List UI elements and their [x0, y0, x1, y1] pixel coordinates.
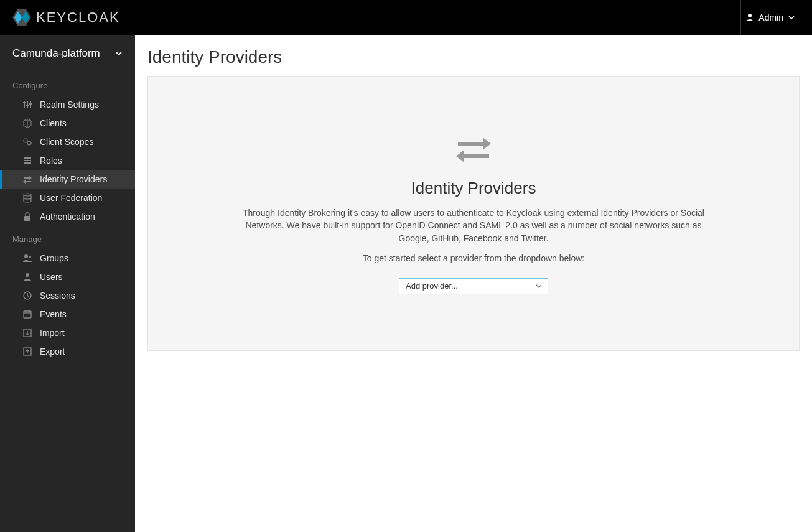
sidebar-item-user-federation[interactable]: User Federation [0, 189, 135, 207]
users-icon [22, 253, 32, 263]
user-label: Admin [758, 12, 783, 22]
svg-point-3 [748, 14, 752, 17]
panel-cta: To get started select a provider from th… [173, 253, 774, 263]
brand-text: KEYCLOAK [36, 9, 120, 26]
svg-point-10 [24, 139, 27, 142]
realm-selector[interactable]: Camunda-platform [0, 35, 135, 72]
sidebar-item-roles[interactable]: Roles [0, 151, 135, 170]
brand-logo[interactable]: KEYCLOAK [12, 9, 120, 26]
main-content: Identity Providers Identity Providers Th… [135, 35, 812, 532]
svg-rect-9 [29, 103, 32, 105]
sidebar-item-label: Export [40, 347, 65, 357]
sidebar-section-title: Configure [0, 72, 135, 95]
chevron-down-icon [115, 51, 123, 56]
svg-rect-8 [26, 105, 29, 106]
panel-description: Through Identity Brokering it's easy to … [234, 207, 713, 245]
sidebar-item-identity-providers[interactable]: Identity Providers [0, 170, 135, 189]
clock-icon [22, 291, 32, 301]
sidebar-item-label: Import [40, 328, 65, 338]
sidebar-item-label: Roles [40, 156, 62, 166]
sidebar-item-sessions[interactable]: Sessions [0, 286, 135, 305]
list-icon [22, 156, 32, 166]
svg-point-18 [29, 256, 31, 258]
sidebar-item-label: Users [40, 272, 63, 282]
sidebar-item-realm-settings[interactable]: Realm Settings [0, 95, 135, 114]
user-menu[interactable]: Admin [740, 0, 800, 35]
sidebar-item-label: Events [40, 309, 67, 319]
svg-rect-12 [24, 157, 31, 159]
sidebar-item-label: User Federation [40, 193, 102, 203]
sidebar: Camunda-platform ConfigureRealm Settings… [0, 35, 135, 532]
import-icon [22, 328, 32, 338]
panel-heading: Identity Providers [173, 179, 774, 198]
export-icon [22, 347, 32, 357]
svg-point-15 [24, 194, 31, 196]
sidebar-item-client-scopes[interactable]: Client Scopes [0, 133, 135, 151]
svg-point-17 [24, 254, 28, 258]
sidebar-item-events[interactable]: Events [0, 305, 135, 324]
sidebar-item-groups[interactable]: Groups [0, 249, 135, 268]
calendar-icon [22, 309, 32, 319]
svg-rect-21 [24, 311, 31, 318]
realm-name: Camunda-platform [12, 47, 100, 60]
sidebar-item-authentication[interactable]: Authentication [0, 207, 135, 226]
svg-point-19 [26, 273, 29, 277]
sidebar-item-clients[interactable]: Clients [0, 114, 135, 133]
sidebar-item-import[interactable]: Import [0, 324, 135, 342]
user-icon [746, 13, 754, 22]
sidebar-item-label: Client Scopes [40, 137, 93, 147]
sidebar-section-title: Manage [0, 226, 135, 249]
empty-state-panel: Identity Providers Through Identity Brok… [147, 76, 800, 351]
lock-icon [22, 212, 32, 222]
user-icon [22, 272, 32, 282]
sidebar-item-users[interactable]: Users [0, 268, 135, 286]
database-icon [22, 193, 32, 203]
chevron-down-icon [788, 16, 795, 19]
scopes-icon [22, 137, 32, 147]
sidebar-item-label: Authentication [40, 212, 95, 222]
svg-rect-5 [27, 101, 28, 108]
sidebar-item-label: Identity Providers [40, 174, 107, 184]
keycloak-logo-icon [12, 9, 31, 26]
svg-point-11 [27, 141, 31, 145]
svg-rect-16 [24, 216, 30, 221]
sliders-icon [22, 100, 32, 110]
sidebar-item-export[interactable]: Export [0, 342, 135, 361]
sidebar-item-label: Realm Settings [40, 100, 99, 110]
exchange-icon [455, 133, 492, 164]
page-title: Identity Providers [147, 47, 800, 67]
cube-icon [22, 118, 32, 128]
sidebar-item-label: Sessions [40, 291, 75, 301]
svg-rect-14 [24, 162, 31, 164]
app-header: KEYCLOAK Admin [0, 0, 812, 35]
sidebar-item-label: Groups [40, 253, 68, 263]
svg-rect-13 [24, 160, 31, 161]
add-provider-select[interactable]: Add provider... [399, 278, 548, 294]
exchange-icon [22, 174, 32, 184]
svg-rect-7 [23, 102, 26, 103]
sidebar-item-label: Clients [40, 118, 67, 128]
svg-rect-4 [24, 101, 25, 108]
